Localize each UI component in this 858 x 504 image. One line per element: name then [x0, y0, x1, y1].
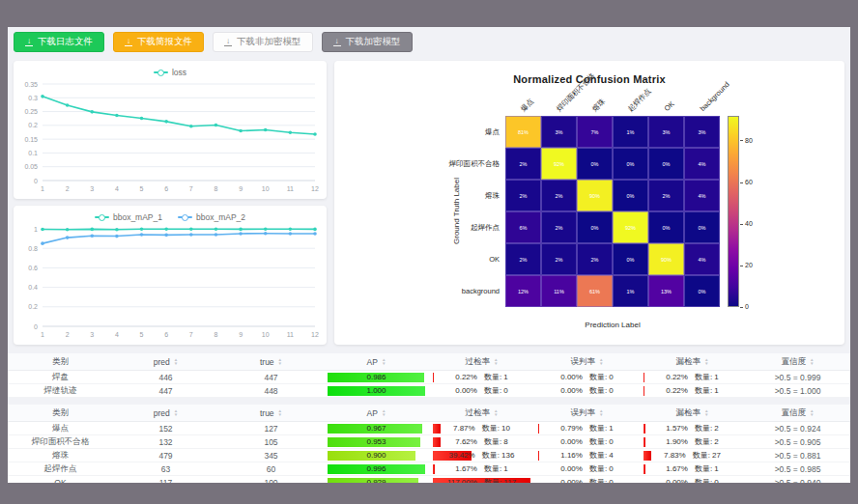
cm-cell: 2% [541, 180, 577, 211]
svg-text:0.4: 0.4 [28, 284, 38, 291]
true-cell: 127 [218, 422, 324, 434]
header-cell-2[interactable]: pred▲▼ [113, 353, 218, 370]
sort-icon[interactable]: ▲▼ [494, 409, 498, 416]
missdetect-cell: 0.22%数量: 1 [640, 371, 745, 383]
sort-icon[interactable]: ▲▼ [494, 358, 498, 365]
table-row: 起焊作点63600.9961.67%数量: 10.00%数量: 01.67%数量… [8, 462, 850, 476]
legend-item-bbox_mAP_2[interactable]: bbox_mAP_2 [178, 212, 245, 222]
header-cell-7[interactable]: 漏检率▲▼ [640, 405, 745, 421]
header-cell-2[interactable]: pred▲▼ [113, 405, 218, 421]
cm-col-label: 熔珠 [589, 97, 607, 114]
misjudge-cell: 0.00%数量: 0 [534, 476, 640, 483]
header-label: 漏检率 [676, 407, 701, 419]
button-label: 下载简报文件 [137, 36, 192, 48]
cm-cell: 92% [541, 148, 577, 180]
table-row: 爆点1521270.9677.87%数量: 100.79%数量: 11.57%数… [8, 422, 850, 435]
ap-bar: 1.000 [328, 386, 425, 396]
cm-cell: 11% [541, 275, 577, 307]
download-icon: ↓ [333, 38, 341, 46]
sort-icon[interactable]: ▲▼ [278, 358, 282, 365]
download-button-2[interactable]: ↓下载简报文件 [113, 32, 204, 52]
class-cell: 熔珠 [8, 449, 113, 462]
table-row: OK1171000.929117.00%数量: 1170.00%数量: 00.0… [8, 476, 850, 483]
download-button-3[interactable]: ↓下载非加密模型 [213, 32, 313, 52]
cm-colorbar-tick: 80 [740, 137, 753, 144]
cm-colorbar-tick: 60 [740, 179, 753, 185]
sort-icon[interactable]: ▲▼ [278, 409, 282, 416]
svg-text:5: 5 [140, 331, 144, 338]
header-cell-3[interactable]: true▲▼ [218, 405, 324, 421]
cm-colorbar [728, 116, 739, 307]
header-label: 误判率 [571, 356, 596, 368]
cm-cell: 4% [684, 148, 720, 180]
legend-item-bbox_mAP_1[interactable]: bbox_mAP_1 [95, 212, 162, 222]
pred-cell: 479 [113, 449, 218, 462]
sort-icon[interactable]: ▲▼ [174, 409, 178, 416]
header-label: pred [154, 357, 170, 367]
header-cell-1: 类别 [8, 353, 113, 370]
svg-text:3: 3 [90, 331, 94, 338]
class-cell: 焊印面积不合格 [8, 435, 113, 448]
cm-cell: 0% [577, 211, 613, 243]
cm-cell: 61% [577, 275, 613, 307]
missdetect-cell-bar: 0.00%数量: 0 [644, 478, 741, 484]
legend-marker-icon [154, 69, 168, 76]
header-label: 漏检率 [676, 356, 701, 368]
ap-cell: 0.967 [324, 422, 429, 434]
header-cell-5[interactable]: 过检率▲▼ [429, 405, 534, 421]
sort-icon[interactable]: ▲▼ [382, 358, 386, 365]
header-cell-3[interactable]: true▲▼ [218, 353, 324, 370]
ap-cell: 0.929 [324, 476, 429, 483]
header-cell-7[interactable]: 漏检率▲▼ [640, 353, 745, 370]
svg-text:1: 1 [41, 331, 44, 338]
sort-icon[interactable]: ▲▼ [704, 358, 708, 365]
misjudge-cell-bar: 0.00%数量: 0 [538, 478, 636, 484]
table-row: 熔珠4793450.90039.42%数量: 1361.16%数量: 47.83… [8, 449, 850, 462]
download-button-4[interactable]: ↓下载加密模型 [322, 32, 413, 52]
loss-line-chart[interactable]: 00.050.10.150.20.250.30.3512345678910111… [14, 78, 327, 196]
table-row: 焊缝轨迹4474481.0000.00%数量: 00.00%数量: 00.22%… [8, 384, 850, 398]
legend-item-loss[interactable]: loss [154, 68, 186, 77]
header-cell-6[interactable]: 误判率▲▼ [534, 405, 640, 421]
header-label: AP [367, 357, 378, 367]
header-cell-4[interactable]: AP▲▼ [324, 353, 429, 370]
sort-icon[interactable]: ▲▼ [174, 358, 178, 365]
ap-bar: 0.900 [328, 451, 425, 461]
cm-row-label: 起焊作点 [334, 211, 500, 243]
svg-text:0: 0 [34, 178, 38, 184]
svg-text:1: 1 [34, 226, 38, 233]
download-button-1[interactable]: ↓下载日志文件 [14, 32, 104, 52]
sort-icon[interactable]: ▲▼ [382, 409, 386, 416]
confidence-cell: >0.5 = 1.000 [745, 384, 850, 397]
header-cell-8[interactable]: 置信度▲▼ [745, 405, 850, 421]
overdetect-cell-bar: 7.62%数量: 8 [433, 437, 530, 447]
metrics-table-2: 类别pred▲▼true▲▼AP▲▼过检率▲▼误判率▲▼漏检率▲▼置信度▲▼爆点… [8, 405, 850, 483]
cm-colorbar-tick: 0 [740, 303, 749, 310]
pred-cell: 63 [113, 462, 218, 475]
cm-cell: 3% [684, 116, 720, 148]
header-cell-4[interactable]: AP▲▼ [324, 405, 429, 421]
true-cell: 447 [218, 371, 324, 383]
header-label: 置信度 [782, 356, 807, 368]
header-label: 过检率 [466, 356, 491, 368]
sort-icon[interactable]: ▲▼ [704, 409, 708, 416]
sort-icon[interactable]: ▲▼ [599, 358, 603, 365]
bbox-map-line-chart[interactable]: 00.20.40.60.81123456789101112 [14, 223, 327, 342]
cm-col-label: OK [662, 99, 675, 113]
svg-text:0.05: 0.05 [24, 163, 38, 170]
sort-icon[interactable]: ▲▼ [599, 409, 603, 416]
charts-area: loss 00.050.10.150.20.250.30.35123456789… [14, 61, 844, 345]
sort-icon[interactable]: ▲▼ [810, 358, 814, 365]
sort-icon[interactable]: ▲▼ [810, 409, 814, 416]
true-cell: 100 [218, 476, 324, 483]
table-header-row: 类别pred▲▼true▲▼AP▲▼过检率▲▼误判率▲▼漏检率▲▼置信度▲▼ [8, 353, 850, 371]
legend-marker-icon [95, 213, 109, 221]
header-cell-6[interactable]: 误判率▲▼ [534, 353, 640, 370]
overdetect-cell: 7.62%数量: 8 [429, 435, 534, 448]
cm-cell: 0% [684, 275, 720, 307]
svg-text:0.2: 0.2 [28, 122, 38, 128]
header-cell-8[interactable]: 置信度▲▼ [745, 353, 850, 370]
header-cell-5[interactable]: 过检率▲▼ [429, 353, 534, 370]
true-cell: 345 [218, 449, 324, 462]
svg-text:0: 0 [34, 323, 38, 330]
